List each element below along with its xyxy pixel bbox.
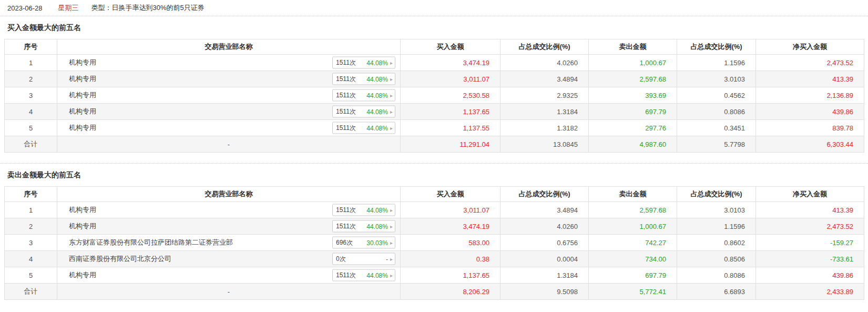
seq-cell: 5 (5, 120, 57, 136)
chevron-right-icon: ▸ (390, 60, 393, 65)
table-row: 5 机构专用 1511次 44.08% ▸ 1,137.65 1.3184 (5, 267, 864, 284)
seq-cell: 4 (5, 104, 57, 120)
badge-percent: 44.08% (366, 59, 388, 66)
chevron-right-icon: ▸ (390, 256, 393, 261)
chevron-right-icon: ▸ (390, 207, 393, 213)
badge-count: 0次 (336, 255, 346, 264)
sell-pct-cell: 0.8086 (677, 104, 756, 120)
net-buy-cell: 2,473.52 (756, 55, 864, 71)
sell-pct-cell: 0.8086 (677, 267, 756, 284)
chevron-right-icon: ▸ (390, 125, 393, 130)
buy-pct-cell: 4.0260 (501, 55, 589, 71)
broker-cell: 东方财富证券股份有限公司拉萨团结路第二证券营业部 696次 30.03% ▸ (57, 235, 401, 251)
buy-pct-cell: 1.3184 (501, 104, 589, 120)
badge-right-group: 44.08% ▸ (366, 206, 393, 214)
badge-count: 1511次 (336, 124, 356, 133)
seq-cell: 2 (5, 71, 57, 87)
col-header-buy-amount: 买入金额 (401, 39, 501, 55)
chevron-right-icon: ▸ (390, 224, 393, 229)
broker-name: 东方财富证券股份有限公司拉萨团结路第二证券营业部 (69, 238, 233, 246)
chevron-right-icon: ▸ (390, 109, 393, 114)
total-row: 合计 - 11,291.04 13.0845 4,987.60 5.7798 6… (5, 136, 864, 153)
sell-ranking-table: 序号 交易营业部名称 买入金额 占总成交比例(%) 卖出金额 占总成交比例(%)… (4, 186, 864, 300)
col-header-broker: 交易营业部名称 (57, 187, 401, 202)
badge-count: 1511次 (336, 222, 356, 231)
badge-right-group: 44.08% ▸ (366, 75, 393, 83)
total-label: 合计 (5, 136, 57, 153)
total-row: 合计 - 8,206.29 9.5098 5,772.41 6.6893 2,4… (5, 284, 864, 300)
lhb-count-badge[interactable]: 1511次 44.08% ▸ (332, 106, 395, 118)
badge-count: 1511次 (336, 107, 356, 116)
table-row: 3 东方财富证券股份有限公司拉萨团结路第二证券营业部 696次 30.03% ▸… (5, 235, 864, 251)
broker-name: 西南证券股份有限公司北京分公司 (69, 255, 171, 263)
col-header-seq: 序号 (5, 39, 57, 55)
lhb-count-badge[interactable]: 1511次 44.08% ▸ (332, 122, 395, 134)
lhb-count-badge[interactable]: 696次 30.03% ▸ (332, 237, 395, 249)
badge-count: 696次 (336, 238, 353, 247)
broker-name: 机构专用 (69, 271, 96, 279)
badge-count: 1511次 (336, 75, 356, 84)
date-label: 2023-06-28 (7, 4, 43, 12)
lhb-count-badge[interactable]: 1511次 44.08% ▸ (332, 269, 395, 281)
total-sell-pct: 6.6893 (677, 284, 756, 300)
total-net-amount: 2,433.89 (756, 284, 864, 300)
broker-cell: 西南证券股份有限公司北京分公司 0次 - ▸ (57, 251, 401, 267)
sell-amount-cell: 742.27 (589, 235, 677, 251)
col-header-seq: 序号 (5, 187, 57, 202)
badge-percent: 44.08% (366, 271, 388, 279)
lhb-count-badge[interactable]: 1511次 44.08% ▸ (332, 220, 395, 233)
col-header-buy-amount: 买入金额 (401, 187, 501, 202)
header-row: 序号 交易营业部名称 买入金额 占总成交比例(%) 卖出金额 占总成交比例(%)… (5, 39, 864, 55)
buy-table-body: 1 机构专用 1511次 44.08% ▸ 3,474.19 4.0260 (5, 55, 864, 136)
badge-count: 1511次 (336, 58, 356, 67)
sell-table-body: 1 机构专用 1511次 44.08% ▸ 3,011.07 3.4894 (5, 202, 864, 284)
broker-cell: 机构专用 1511次 44.08% ▸ (57, 87, 401, 104)
buy-pct-cell: 2.9325 (501, 87, 589, 104)
net-buy-cell: 439.86 (756, 267, 864, 284)
total-net-amount: 6,303.44 (756, 136, 864, 153)
buy-section-title: 买入金额最大的前五名 (0, 16, 868, 39)
badge-percent: 44.08% (366, 206, 388, 214)
lhb-count-badge[interactable]: 1511次 44.08% ▸ (332, 73, 395, 85)
table-row: 2 机构专用 1511次 44.08% ▸ 3,474.19 4.0260 (5, 218, 864, 235)
badge-right-group: 44.08% ▸ (366, 92, 393, 99)
broker-cell: 机构专用 1511次 44.08% ▸ (57, 71, 401, 87)
buy-ranking-table: 序号 交易营业部名称 买入金额 占总成交比例(%) 卖出金额 占总成交比例(%)… (4, 39, 864, 153)
sell-pct-cell: 0.8506 (677, 251, 756, 267)
badge-percent: 44.08% (366, 92, 388, 99)
col-header-sell-pct: 占总成交比例(%) (677, 39, 756, 55)
badge-right-group: 44.08% ▸ (366, 223, 393, 230)
net-buy-cell: 2,136.89 (756, 87, 864, 104)
badge-right-group: 44.08% ▸ (366, 108, 393, 115)
lhb-count-badge[interactable]: 1511次 44.08% ▸ (332, 89, 395, 102)
sell-amount-cell: 393.69 (589, 87, 677, 104)
buy-amount-cell: 3,011.07 (401, 71, 501, 87)
chevron-right-icon: ▸ (390, 93, 393, 98)
chevron-right-icon: ▸ (390, 240, 393, 245)
lhb-count-badge[interactable]: 1511次 44.08% ▸ (332, 204, 395, 216)
buy-amount-cell: 3,474.19 (401, 218, 501, 235)
total-sell-amount: 5,772.41 (589, 284, 677, 300)
broker-cell: 机构专用 1511次 44.08% ▸ (57, 267, 401, 284)
buy-pct-cell: 0.0004 (501, 251, 589, 267)
sell-amount-cell: 697.79 (589, 267, 677, 284)
badge-right-group: 44.08% ▸ (366, 59, 393, 66)
buy-amount-cell: 1,137.65 (401, 104, 501, 120)
buy-pct-cell: 1.3182 (501, 120, 589, 136)
lhb-count-badge[interactable]: 1511次 44.08% ▸ (332, 57, 395, 69)
badge-count: 1511次 (336, 91, 356, 100)
list-type-label: 类型：日换手率达到30%的前5只证券 (91, 3, 205, 13)
buy-amount-cell: 1,137.65 (401, 267, 501, 284)
buy-amount-cell: 3,474.19 (401, 55, 501, 71)
badge-count: 1511次 (336, 271, 356, 280)
net-buy-cell: -159.27 (756, 235, 864, 251)
lhb-count-badge[interactable]: 0次 - ▸ (332, 253, 395, 265)
seq-cell: 5 (5, 267, 57, 284)
net-buy-cell: 839.78 (756, 120, 864, 136)
badge-right-group: 44.08% ▸ (366, 271, 393, 279)
buy-pct-cell: 1.3184 (501, 267, 589, 284)
col-header-net-amount: 净买入金额 (756, 39, 864, 55)
seq-cell: 4 (5, 251, 57, 267)
table-row: 5 机构专用 1511次 44.08% ▸ 1,137.55 1.3182 (5, 120, 864, 136)
buy-pct-cell: 3.4894 (501, 71, 589, 87)
